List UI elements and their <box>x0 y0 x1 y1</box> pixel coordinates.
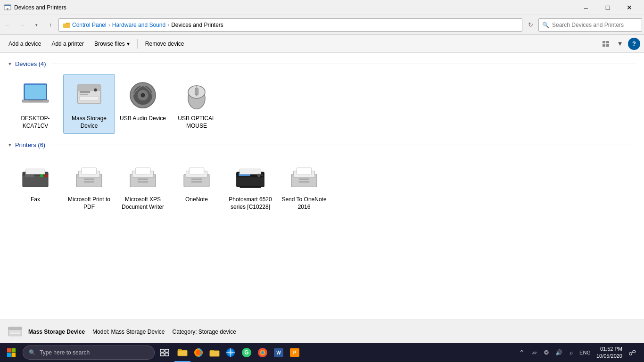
statusbar-category: Category: Storage device <box>172 329 236 335</box>
taskbar-firefox-icon[interactable] <box>190 343 206 362</box>
titlebar-controls: – □ ✕ <box>575 0 640 15</box>
devices-section-header[interactable]: ▼ Devices (4) <box>8 60 636 67</box>
printers-section-header[interactable]: ▼ Printers (6) <box>8 141 636 148</box>
device-label-send-to-onenote: Send To OneNote 2016 <box>281 196 328 211</box>
statusbar-info: Mass Storage Device Model: Mass Storage … <box>28 329 236 335</box>
file-explorer-icon <box>177 348 188 356</box>
main-content: ▼ Devices (4) DESKTOP-KCA71CV <box>0 53 644 320</box>
device-label-photosmart: Photosmart 6520 series [C10228] <box>227 196 274 211</box>
taskbar-colorful-app-icon[interactable] <box>255 343 271 362</box>
up-button[interactable]: ↑ <box>44 19 57 31</box>
tray-expand-icon[interactable]: ⌃ <box>517 348 527 357</box>
device-item-mass-storage[interactable]: Mass Storage Device <box>63 74 115 134</box>
svg-rect-39 <box>135 168 150 174</box>
breadcrumb-hardware-sound[interactable]: Hardware and Sound <box>112 22 165 28</box>
laptop-icon <box>18 78 52 112</box>
notification-center-button[interactable]: ☍ <box>626 343 638 362</box>
taskbar-browser-icon[interactable] <box>223 343 239 362</box>
view-dropdown-button[interactable]: ▼ <box>614 38 626 50</box>
address-bar: ← → ▾ ↑ Control Panel › Hardware and Sou… <box>0 15 644 35</box>
send-to-onenote-icon <box>287 159 321 193</box>
device-label-mass-storage: Mass Storage Device <box>66 115 113 130</box>
svg-rect-4 <box>603 41 605 43</box>
svg-rect-34 <box>82 168 97 174</box>
taskbar-paint-app-icon[interactable]: P <box>287 343 303 362</box>
devices-divider <box>51 64 636 64</box>
svg-text:P: P <box>293 350 297 355</box>
taskbar-files-icon[interactable] <box>206 343 223 362</box>
statusbar-model: Model: Mass Storage Device <box>92 329 165 335</box>
close-button[interactable]: ✕ <box>619 0 640 15</box>
device-item-usb-audio[interactable]: USB Audio Device <box>117 74 169 134</box>
ms-xps-icon <box>126 159 160 193</box>
help-button[interactable]: ? <box>628 38 640 50</box>
firefox-icon <box>193 347 204 358</box>
titlebar-left: Devices and Printers <box>4 4 66 11</box>
taskbar-word-app-icon[interactable]: W <box>271 343 287 362</box>
onenote-icon <box>180 159 214 193</box>
device-label-usb-mouse: USB OPTICAL MOUSE <box>173 115 220 130</box>
browse-files-button[interactable]: Browse files ▾ <box>90 37 134 50</box>
windows-logo-icon <box>7 348 16 357</box>
svg-rect-45 <box>191 179 202 180</box>
device-item-usb-mouse[interactable]: USB OPTICAL MOUSE <box>171 74 223 134</box>
search-input[interactable] <box>538 18 642 32</box>
svg-point-72 <box>196 350 201 355</box>
device-item-send-to-onenote[interactable]: Send To OneNote 2016 <box>278 155 330 215</box>
view-icon <box>602 40 610 48</box>
svg-rect-13 <box>77 85 101 91</box>
forward-button[interactable]: → <box>16 19 28 31</box>
svg-point-30 <box>40 174 43 178</box>
tray-keyboard-icon[interactable]: ⌕ <box>566 348 576 357</box>
taskbar-clock[interactable]: 01:52 PM 10/05/2020 <box>594 346 624 360</box>
taskbar-file-explorer-icon[interactable] <box>174 343 190 362</box>
remove-device-button[interactable]: Remove device <box>140 37 189 50</box>
device-item-desktop[interactable]: DESKTOP-KCA71CV <box>9 74 61 134</box>
task-view-button[interactable] <box>157 345 173 361</box>
start-button[interactable] <box>2 343 21 362</box>
recent-button[interactable]: ▾ <box>30 19 42 31</box>
tray-battery-icon[interactable]: ▱ <box>529 348 539 357</box>
add-device-button[interactable]: Add a device <box>4 37 46 50</box>
svg-rect-40 <box>138 179 149 180</box>
tray-network-icon[interactable]: ❂ <box>542 348 551 357</box>
view-options-button[interactable] <box>600 38 612 50</box>
taskbar-search-icon: 🔍 <box>29 349 36 356</box>
word-app-icon: W <box>273 347 284 358</box>
window-title: Devices and Printers <box>14 4 66 11</box>
svg-rect-61 <box>10 332 20 334</box>
ms-pdf-icon <box>72 159 106 193</box>
svg-rect-58 <box>299 181 310 182</box>
tray-speaker-icon[interactable]: 🔊 <box>554 348 563 357</box>
add-printer-button[interactable]: Add a printer <box>47 37 89 50</box>
toolbar-separator <box>137 39 138 49</box>
device-item-photosmart[interactable]: Photosmart 6520 series [C10228] <box>224 155 276 215</box>
taskbar-search-bar[interactable]: 🔍 Type here to search <box>23 346 155 360</box>
statusbar: Mass Storage Device Model: Mass Storage … <box>0 320 644 343</box>
language-indicator[interactable]: ENG <box>578 350 593 355</box>
taskbar-time: 01:52 PM <box>596 346 622 353</box>
svg-point-15 <box>94 88 97 91</box>
device-item-onenote[interactable]: OneNote <box>171 155 223 215</box>
minimize-button[interactable]: – <box>575 0 597 15</box>
taskbar-green-app-icon[interactable]: G <box>239 343 255 362</box>
breadcrumb-control-panel[interactable]: Control Panel <box>72 22 107 28</box>
maximize-button[interactable]: □ <box>597 0 619 15</box>
refresh-button[interactable]: ↻ <box>524 19 537 31</box>
device-item-fax[interactable]: Fax <box>9 155 61 215</box>
taskbar: 🔍 Type here to search <box>0 343 644 362</box>
svg-rect-41 <box>138 181 149 182</box>
svg-point-31 <box>44 174 48 178</box>
svg-rect-6 <box>603 44 605 47</box>
back-button[interactable]: ← <box>2 19 14 31</box>
device-label-ms-pdf: Microsoft Print to PDF <box>66 196 113 211</box>
taskbar-search-text: Type here to search <box>40 349 90 356</box>
svg-rect-73 <box>210 351 219 356</box>
breadcrumb-devices-printers: Devices and Printers <box>171 22 223 28</box>
device-item-ms-pdf[interactable]: Microsoft Print to PDF <box>63 155 115 215</box>
svg-point-52 <box>257 174 261 177</box>
svg-rect-60 <box>8 327 22 329</box>
device-item-ms-xps[interactable]: Microsoft XPS Document Writer <box>117 155 169 215</box>
breadcrumb-bar: Control Panel › Hardware and Sound › Dev… <box>58 18 522 32</box>
svg-rect-46 <box>191 181 202 182</box>
